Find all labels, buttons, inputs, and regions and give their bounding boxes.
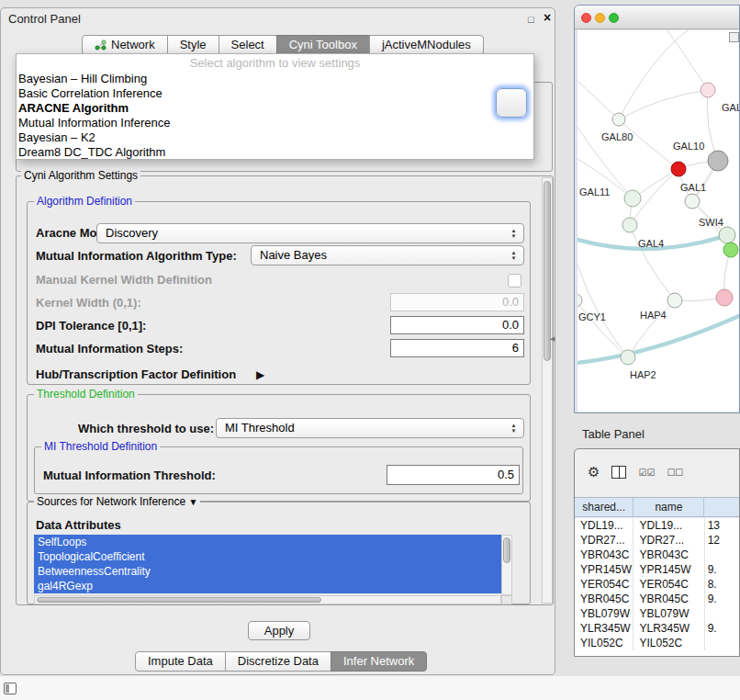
- scrollbar-corner: [501, 595, 512, 604]
- network-edge[interactable]: [619, 90, 708, 119]
- table-cell: YBR045C: [575, 592, 633, 606]
- algorithm-option-dream8-dc-tdc-algorithm[interactable]: Dream8 DC_TDC Algorithm: [17, 145, 533, 160]
- network-edge[interactable]: [577, 300, 628, 357]
- collapse-right-icon[interactable]: ▶: [256, 367, 264, 382]
- attribute-list-vscrollbar[interactable]: [501, 535, 512, 595]
- algorithm-option-basic-correlation-inference[interactable]: Basic Correlation Inference: [17, 86, 533, 101]
- vscrollbar-thumb[interactable]: [503, 537, 510, 563]
- table-cell: YLR345W: [575, 621, 633, 636]
- table-row[interactable]: YBR045CYBR045C9.: [575, 592, 740, 606]
- node-label-gal: GAL: [722, 102, 740, 113]
- tab-cyni-toolbox[interactable]: Cyni Toolbox: [276, 35, 370, 55]
- table-cell: YIL052C: [633, 636, 704, 650]
- tab-select[interactable]: Select: [219, 35, 277, 55]
- network-node[interactable]: [577, 294, 582, 307]
- gear-icon[interactable]: ⚙: [588, 463, 600, 481]
- mi-threshold-input[interactable]: 0.5: [387, 465, 520, 485]
- mi-type-label: Mutual Information Algorithm Type:: [36, 249, 237, 264]
- algorithm-option-bayesian-hill-climbing[interactable]: Bayesian – Hill Climbing: [17, 72, 533, 86]
- table-cell: 9.: [705, 562, 740, 577]
- dpi-tolerance-input[interactable]: 0.0: [390, 316, 524, 334]
- tab-label: Style: [180, 36, 207, 54]
- algorithm-option-mutual-information-inference[interactable]: Mutual Information Inference: [17, 116, 533, 130]
- column-header-name[interactable]: name: [633, 498, 704, 516]
- table-cell: 8.: [705, 577, 740, 592]
- attribute-item-gal4rgexp[interactable]: gal4RGexp: [34, 579, 501, 593]
- network-node[interactable]: [667, 293, 682, 308]
- hscrollbar-thumb[interactable]: [37, 597, 321, 603]
- table-row[interactable]: YIL052CYIL052C: [575, 636, 740, 650]
- network-node[interactable]: [716, 289, 733, 306]
- table-row[interactable]: YBR043CYBR043C: [575, 548, 740, 562]
- attribute-list-hscrollbar[interactable]: [34, 595, 501, 604]
- tab-style[interactable]: Style: [167, 35, 219, 55]
- birds-eye-corner-widget[interactable]: [729, 32, 739, 42]
- network-node[interactable]: [624, 190, 641, 207]
- tab-label: jActiveMNodules: [382, 36, 471, 54]
- attribute-item-selfloops[interactable]: SelfLoops: [34, 535, 501, 549]
- combo-stepper-icon: ▲▼: [510, 228, 518, 239]
- network-node[interactable]: [719, 227, 735, 243]
- network-graph[interactable]: GAL80GAL10GALGAL11GAL1SWI4GAL4GCY1HAP4HA…: [577, 30, 740, 412]
- bottom-tab-infer-network[interactable]: Infer Network: [331, 651, 427, 672]
- network-node[interactable]: [671, 162, 686, 176]
- attribute-item-betweennesscentrality[interactable]: BetweennessCentrality: [34, 564, 501, 579]
- column-header-extra[interactable]: [704, 498, 740, 516]
- table-row[interactable]: YER054CYER054C8.: [575, 577, 740, 592]
- tab-network[interactable]: Network: [82, 35, 168, 55]
- manual-kernel-checkbox[interactable]: [508, 274, 521, 288]
- network-edge[interactable]: [630, 225, 675, 300]
- sources-group-title[interactable]: Sources for Network Inference ▼: [34, 495, 200, 508]
- network-node[interactable]: [685, 194, 700, 209]
- select-all-checkboxes-icon[interactable]: ☑☑: [638, 468, 655, 478]
- table-row[interactable]: YPR145WYPR145W9.: [575, 562, 740, 577]
- network-window-titlebar[interactable]: [575, 6, 739, 29]
- network-node[interactable]: [723, 243, 738, 257]
- table-row[interactable]: YBL079WYBL079W: [575, 606, 740, 621]
- network-canvas[interactable]: GAL80GAL10GALGAL11GAL1SWI4GAL4GCY1HAP4HA…: [577, 30, 740, 412]
- mi-steps-input[interactable]: 6: [390, 339, 524, 357]
- network-node[interactable]: [622, 218, 637, 232]
- tab-jactivemnodules[interactable]: jActiveMNodules: [369, 35, 484, 55]
- table-cell: [705, 548, 740, 562]
- kernel-width-input[interactable]: 0.0: [390, 293, 524, 311]
- clear-all-checkboxes-icon[interactable]: ☐☐: [667, 468, 683, 478]
- network-edge[interactable]: [667, 30, 708, 90]
- table-header-row: shared...name: [575, 497, 740, 517]
- network-node[interactable]: [621, 350, 635, 365]
- attribute-item-topologicalcoefficient[interactable]: TopologicalCoefficient: [34, 549, 501, 564]
- bottom-tab-discretize-data[interactable]: Discretize Data: [225, 651, 331, 672]
- minimize-traffic-button[interactable]: [595, 13, 605, 23]
- column-header-shared[interactable]: shared...: [575, 498, 633, 516]
- algorithm-option-bayesian-k2[interactable]: Bayesian – K2: [17, 130, 533, 145]
- close-traffic-button[interactable]: [581, 13, 591, 23]
- aracne-mode-select[interactable]: Discovery ▲▼: [96, 223, 524, 243]
- table-row[interactable]: YDR27...YDR27...12: [575, 533, 740, 548]
- tab-label: Network: [111, 36, 155, 54]
- tab-label: Infer Network: [343, 652, 414, 671]
- splitter-collapse-icon[interactable]: ◀: [550, 335, 555, 343]
- docked-panel-icon[interactable]: [4, 683, 17, 694]
- settings-scrollbar[interactable]: [542, 177, 553, 604]
- columns-icon[interactable]: [611, 466, 626, 479]
- settings-scrollbar-thumb[interactable]: [544, 181, 551, 361]
- zoom-traffic-button[interactable]: [609, 13, 619, 23]
- network-node[interactable]: [612, 113, 625, 126]
- table-row[interactable]: YDL19...YDL19...13: [575, 518, 740, 533]
- hub-section-label[interactable]: Hub/Transcription Factor Definition: [36, 367, 236, 382]
- network-node[interactable]: [708, 151, 728, 171]
- network-node[interactable]: [701, 83, 715, 97]
- algorithm-option-aracne-algorithm[interactable]: ARACNE Algorithm: [17, 101, 533, 116]
- which-threshold-select[interactable]: MI Threshold ▲▼: [216, 418, 524, 438]
- network-edge[interactable]: [577, 81, 619, 119]
- bottom-tab-impute-data[interactable]: Impute Data: [135, 651, 226, 672]
- close-window-icon[interactable]: ×: [544, 11, 551, 24]
- network-edge[interactable]: [707, 90, 718, 161]
- algorithm-options-button[interactable]: [496, 88, 527, 118]
- table-cell: YBR045C: [633, 592, 704, 606]
- network-edge[interactable]: [619, 119, 678, 169]
- mi-type-select[interactable]: Naive Bayes ▲▼: [251, 245, 524, 265]
- apply-button[interactable]: Apply: [248, 621, 310, 640]
- table-row[interactable]: YLR345WYLR345W9.: [575, 621, 740, 636]
- float-window-icon[interactable]: □: [528, 13, 534, 26]
